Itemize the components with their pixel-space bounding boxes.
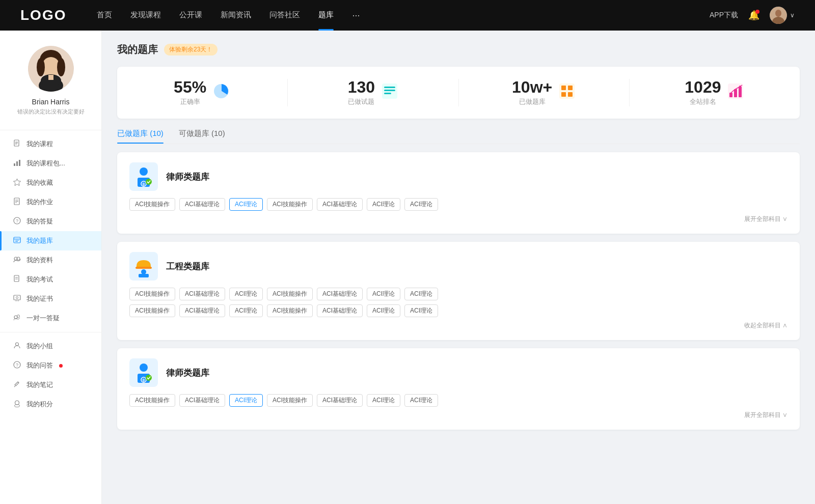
tag[interactable]: ACI理论: [367, 304, 400, 317]
tag[interactable]: ACI理论: [229, 304, 263, 317]
tag[interactable]: ACI理论: [404, 288, 438, 300]
tag[interactable]: ACI理论: [404, 304, 438, 317]
sidebar-item-qa-mine[interactable]: ? 我的答疑: [0, 212, 101, 231]
tag[interactable]: ACI基础理论: [179, 198, 225, 211]
tag[interactable]: ACI技能操作: [267, 304, 313, 317]
sidebar-item-course-packages[interactable]: 我的课程包...: [0, 154, 101, 173]
sidebar-label-notes: 我的笔记: [26, 380, 53, 389]
sidebar-item-groups[interactable]: 我的小组: [0, 337, 101, 356]
sidebar-item-materials[interactable]: 我的资料: [0, 250, 101, 270]
tag-active[interactable]: ACI理论: [229, 198, 263, 211]
profile-name: Brian Harris: [10, 98, 91, 106]
tag[interactable]: ACI技能操作: [129, 304, 175, 317]
tag[interactable]: ACI技能操作: [267, 394, 313, 407]
tag[interactable]: ACI理论: [404, 394, 438, 407]
tag[interactable]: ACI基础理论: [317, 304, 363, 317]
svg-marker-18: [13, 179, 20, 186]
nav-link-discover[interactable]: 发现课程: [130, 10, 161, 21]
qbank-engineer-name: 工程类题库: [166, 261, 209, 272]
tag[interactable]: ACI理论: [229, 288, 263, 300]
certificate-icon: [12, 294, 21, 303]
nav-app-download[interactable]: APP下载: [710, 11, 738, 20]
svg-rect-34: [14, 295, 20, 300]
lawyer-icon-wrap-2: [129, 358, 158, 387]
lawyer-icon-wrap: [129, 162, 158, 191]
tag[interactable]: ACI技能操作: [267, 198, 313, 211]
nav-link-open-course[interactable]: 公开课: [179, 10, 202, 21]
tab-available-banks[interactable]: 可做题库 (10): [179, 129, 225, 144]
svg-rect-10: [48, 75, 53, 80]
tag[interactable]: ACI基础理论: [179, 394, 225, 407]
tag[interactable]: ACI基础理论: [179, 288, 225, 300]
svg-point-60: [140, 167, 148, 176]
svg-point-43: [15, 401, 19, 405]
svg-rect-47: [384, 87, 395, 88]
stat-ranking: 1029 全站排名: [630, 79, 800, 106]
tag[interactable]: ACI技能操作: [129, 198, 175, 211]
qbank-engineer-collapse[interactable]: 收起全部科目 ∧: [129, 321, 787, 330]
qbank-lawyer-2-tags: ACI技能操作 ACI基础理论 ACI理论 ACI技能操作 ACI基础理论 AC…: [129, 394, 787, 407]
sidebar-item-homework[interactable]: 我的作业: [0, 192, 101, 212]
exam-icon: [12, 275, 21, 284]
sidebar-item-notes[interactable]: 我的笔记: [0, 375, 101, 395]
svg-point-35: [16, 297, 18, 299]
sidebar-item-exams[interactable]: 我的考试: [0, 270, 101, 289]
tag[interactable]: ACI基础理论: [317, 394, 363, 407]
svg-text:?: ?: [15, 218, 18, 223]
nav-user-menu[interactable]: ∨: [770, 7, 795, 24]
profile-avatar: [28, 46, 74, 92]
nav-link-home[interactable]: 首页: [97, 10, 112, 21]
nav-link-qa[interactable]: 问答社区: [269, 10, 300, 21]
sidebar-label-certificates: 我的证书: [26, 294, 53, 303]
sidebar-item-points[interactable]: 我的积分: [0, 395, 101, 414]
tag[interactable]: ACI基础理论: [179, 304, 225, 317]
tag[interactable]: ACI理论: [404, 198, 438, 211]
sidebar-item-questions[interactable]: ? 我的问答: [0, 356, 101, 375]
svg-rect-51: [561, 86, 566, 90]
sidebar-item-qbank[interactable]: 我的题库: [0, 231, 101, 250]
tab-done-banks[interactable]: 已做题库 (10): [117, 129, 164, 144]
tag[interactable]: ACI技能操作: [129, 394, 175, 407]
qbank-icon: [12, 236, 21, 245]
sidebar-label-tutoring: 一对一答疑: [26, 314, 60, 323]
stat-done-banks-label: 已做题库: [512, 97, 552, 106]
nav-right: APP下载 🔔 ∨: [710, 7, 795, 24]
stat-accuracy-label: 正确率: [174, 97, 206, 106]
sidebar: Brian Harris 错误的决定比没有决定要好 我的课程 我的课程包... …: [0, 31, 102, 504]
homework-icon: [12, 198, 21, 207]
tag[interactable]: ACI理论: [367, 288, 400, 300]
tag[interactable]: ACI基础理论: [317, 198, 363, 211]
qbank-card-lawyer-1: 律师类题库 ACI技能操作 ACI基础理论 ACI理论 ACI技能操作 ACI基…: [117, 152, 800, 234]
materials-icon: [12, 256, 21, 265]
sidebar-item-certificates[interactable]: 我的证书: [0, 289, 101, 309]
qbank-card-lawyer-1-header: 律师类题库: [129, 162, 787, 191]
svg-rect-49: [384, 93, 391, 94]
svg-point-6: [37, 58, 45, 76]
qbank-lawyer-1-expand[interactable]: 展开全部科目 ∨: [129, 215, 787, 223]
questions-icon: ?: [12, 361, 21, 370]
sidebar-item-my-courses[interactable]: 我的课程: [0, 134, 101, 154]
nav-link-news[interactable]: 新闻资讯: [221, 10, 251, 21]
nav-bell-notification-dot: [755, 10, 759, 14]
tag[interactable]: ACI基础理论: [317, 288, 363, 300]
svg-rect-48: [384, 90, 395, 91]
qbank-lawyer-2-expand[interactable]: 展开全部科目 ∨: [129, 411, 787, 419]
tag[interactable]: ACI理论: [367, 198, 400, 211]
tag[interactable]: ACI技能操作: [267, 288, 313, 300]
nav-link-more[interactable]: ···: [352, 10, 360, 21]
stat-done-banks-value: 10w+: [512, 79, 552, 95]
tag[interactable]: ACI技能操作: [129, 288, 175, 300]
sidebar-label-favorites: 我的收藏: [26, 178, 53, 187]
stat-done-questions-text: 130 已做试题: [348, 79, 375, 106]
qbank-card-engineer-header: 工程类题库: [129, 252, 787, 281]
question-icon: ?: [12, 217, 21, 226]
sidebar-item-tutoring[interactable]: 一对一答疑: [0, 309, 101, 328]
svg-rect-66: [139, 274, 149, 277]
stat-accuracy-text: 55% 正确率: [174, 79, 206, 106]
svg-point-1: [775, 10, 781, 17]
nav-bell-button[interactable]: 🔔: [748, 10, 759, 21]
tag[interactable]: ACI理论: [367, 394, 400, 407]
sidebar-item-favorites[interactable]: 我的收藏: [0, 173, 101, 192]
nav-link-qbank[interactable]: 题库: [318, 10, 334, 21]
tag-active[interactable]: ACI理论: [229, 394, 263, 407]
